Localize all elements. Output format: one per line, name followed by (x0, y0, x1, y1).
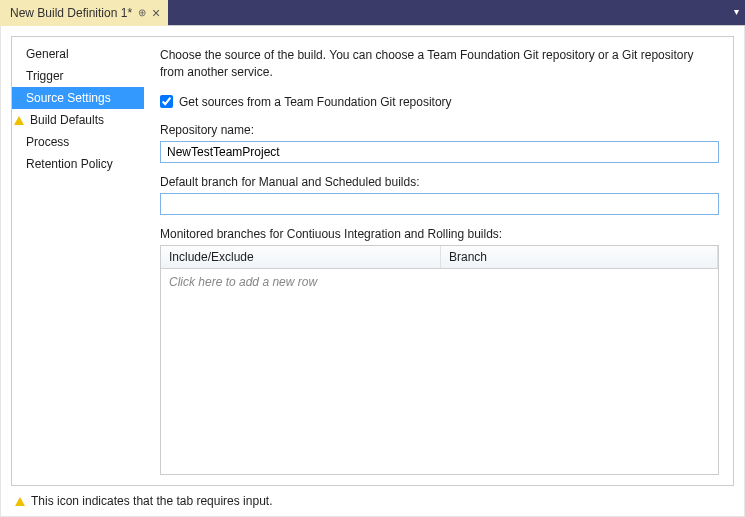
default-branch-label: Default branch for Manual and Scheduled … (160, 175, 719, 189)
editor-area: General Trigger Source Settings Build De… (0, 26, 745, 517)
tf-git-checkbox[interactable] (160, 95, 173, 108)
grid-placeholder-row[interactable]: Click here to add a new row (161, 269, 718, 295)
document-tab[interactable]: New Build Definition 1* ⊕ × (0, 0, 168, 26)
monitored-branches-label: Monitored branches for Contiuous Integra… (160, 227, 719, 241)
tab-title: New Build Definition 1* (10, 6, 132, 20)
description-text: Choose the source of the build. You can … (160, 47, 719, 81)
pin-icon[interactable]: ⊕ (138, 7, 146, 18)
grid-col-include-exclude[interactable]: Include/Exclude (161, 246, 441, 268)
source-checkbox-row: Get sources from a Team Foundation Git r… (160, 95, 719, 109)
close-icon[interactable]: × (152, 6, 160, 20)
content-panel: General Trigger Source Settings Build De… (11, 36, 734, 486)
sidebar-item-build-defaults[interactable]: Build Defaults (12, 109, 144, 131)
main-panel: Choose the source of the build. You can … (144, 37, 733, 485)
sidebar-item-source-settings[interactable]: Source Settings (12, 87, 144, 109)
repo-name-input[interactable] (160, 141, 719, 163)
tf-git-checkbox-label: Get sources from a Team Foundation Git r… (179, 95, 452, 109)
dropdown-icon[interactable]: ▾ (734, 6, 739, 17)
warning-icon (15, 497, 25, 506)
sidebar-item-retention-policy[interactable]: Retention Policy (12, 153, 144, 175)
grid-body[interactable]: Click here to add a new row (161, 269, 718, 474)
sidebar-item-general[interactable]: General (12, 43, 144, 65)
sidebar-item-trigger[interactable]: Trigger (12, 65, 144, 87)
grid-header: Include/Exclude Branch (161, 246, 718, 269)
repo-name-label: Repository name: (160, 123, 719, 137)
sidebar: General Trigger Source Settings Build De… (12, 37, 144, 485)
footer-text: This icon indicates that the tab require… (31, 494, 272, 508)
monitored-branches-grid: Include/Exclude Branch Click here to add… (160, 245, 719, 475)
sidebar-item-process[interactable]: Process (12, 131, 144, 153)
footer: This icon indicates that the tab require… (11, 486, 734, 508)
default-branch-input[interactable] (160, 193, 719, 215)
titlebar-background (168, 0, 745, 25)
titlebar: New Build Definition 1* ⊕ × ▾ (0, 0, 745, 26)
grid-col-branch[interactable]: Branch (441, 246, 718, 268)
